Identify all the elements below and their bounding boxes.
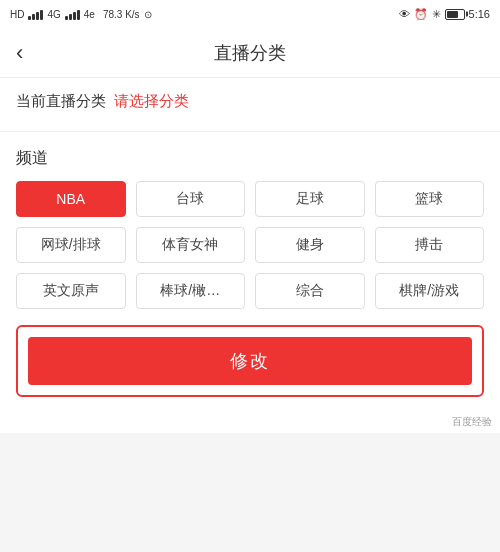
signal-4g: 4G bbox=[47, 9, 60, 20]
wifi-speed: 78.3 K/s bbox=[103, 9, 140, 20]
tag-3[interactable]: 篮球 bbox=[375, 181, 485, 217]
status-left: HD 4G 4e 78.3 K/s ⊙ bbox=[10, 8, 152, 20]
tag-2[interactable]: 足球 bbox=[255, 181, 365, 217]
back-button[interactable]: ‹ bbox=[16, 42, 23, 64]
tag-11[interactable]: 棋牌/游戏 bbox=[375, 273, 485, 309]
submit-button[interactable]: 修改 bbox=[28, 337, 472, 385]
signal-bars-2 bbox=[65, 8, 80, 20]
signal-bar-4 bbox=[40, 10, 43, 20]
signal-bar2-1 bbox=[65, 16, 68, 20]
network-type: HD bbox=[10, 9, 24, 20]
battery-icon bbox=[445, 9, 465, 20]
tag-6[interactable]: 健身 bbox=[255, 227, 365, 263]
signal-bar2-4 bbox=[77, 10, 80, 20]
submit-area: 修改 bbox=[16, 325, 484, 397]
signal-bar2-2 bbox=[69, 14, 72, 20]
alarm-icon: ⏰ bbox=[414, 8, 428, 21]
status-bar: HD 4G 4e 78.3 K/s ⊙ 👁 ⏰ ✳ 5:16 bbox=[0, 0, 500, 28]
tag-grid: NBA台球足球篮球网球/排球体育女神健身搏击英文原声棒球/橄…综合棋牌/游戏 bbox=[16, 181, 484, 309]
divider bbox=[0, 131, 500, 132]
watermark: 百度经验 bbox=[0, 411, 500, 433]
signal-bars bbox=[28, 8, 43, 20]
nav-bar: ‹ 直播分类 bbox=[0, 28, 500, 78]
eye-icon: 👁 bbox=[399, 8, 410, 20]
current-category-row: 当前直播分类 请选择分类 bbox=[16, 92, 484, 111]
tag-10[interactable]: 综合 bbox=[255, 273, 365, 309]
circle-icon: ⊙ bbox=[144, 9, 152, 20]
content-area: 当前直播分类 请选择分类 频道 NBA台球足球篮球网球/排球体育女神健身搏击英文… bbox=[0, 78, 500, 411]
tag-4[interactable]: 网球/排球 bbox=[16, 227, 126, 263]
signal-bar-1 bbox=[28, 16, 31, 20]
tag-8[interactable]: 英文原声 bbox=[16, 273, 126, 309]
bluetooth-icon: ✳ bbox=[432, 8, 441, 21]
signal-4e: 4e bbox=[84, 9, 95, 20]
channel-section-title: 频道 bbox=[16, 148, 484, 169]
tag-7[interactable]: 搏击 bbox=[375, 227, 485, 263]
signal-bar2-3 bbox=[73, 12, 76, 20]
current-category-value: 请选择分类 bbox=[114, 92, 189, 111]
tag-1[interactable]: 台球 bbox=[136, 181, 246, 217]
signal-bar-2 bbox=[32, 14, 35, 20]
current-category-label: 当前直播分类 bbox=[16, 92, 106, 111]
signal-bar-3 bbox=[36, 12, 39, 20]
time-display: 5:16 bbox=[469, 8, 490, 20]
page-title: 直播分类 bbox=[214, 41, 286, 65]
status-right: 👁 ⏰ ✳ 5:16 bbox=[399, 8, 490, 21]
tag-9[interactable]: 棒球/橄… bbox=[136, 273, 246, 309]
tag-5[interactable]: 体育女神 bbox=[136, 227, 246, 263]
tag-0[interactable]: NBA bbox=[16, 181, 126, 217]
battery-fill bbox=[447, 11, 458, 18]
